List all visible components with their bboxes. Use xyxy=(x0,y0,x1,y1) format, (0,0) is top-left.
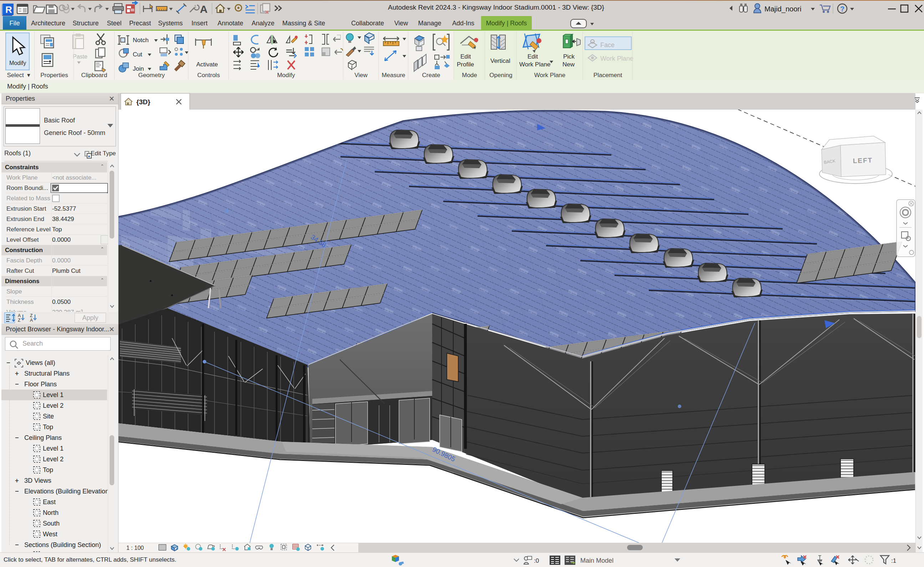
svg-text:Work Plane: Work Plane xyxy=(600,55,633,62)
svg-text:?: ? xyxy=(840,5,844,13)
svg-text:Work Plane: Work Plane xyxy=(519,61,551,68)
svg-text:Pick: Pick xyxy=(563,53,575,60)
svg-text::0: :0 xyxy=(534,557,539,564)
svg-text:Majid_noori: Majid_noori xyxy=(765,5,801,13)
svg-text:LEFT: LEFT xyxy=(853,156,873,165)
svg-text:1: 1 xyxy=(194,4,196,9)
svg-text:Modify: Modify xyxy=(9,60,26,66)
svg-text:Z: Z xyxy=(30,313,33,318)
svg-text:Paste: Paste xyxy=(73,54,87,60)
svg-text:R: R xyxy=(5,4,12,15)
svg-text:Cut: Cut xyxy=(133,51,142,58)
svg-text:Face: Face xyxy=(600,41,615,48)
svg-text:Z: Z xyxy=(18,318,20,322)
svg-text:Main Model: Main Model xyxy=(580,557,614,564)
svg-text:New: New xyxy=(562,61,575,68)
svg-text::1: :1 xyxy=(891,557,896,564)
svg-text:Activate: Activate xyxy=(196,61,218,68)
svg-text:Edit: Edit xyxy=(460,53,471,60)
svg-text:Vertical: Vertical xyxy=(490,57,510,64)
svg-text:A: A xyxy=(30,318,33,322)
svg-text:Edit: Edit xyxy=(528,53,538,60)
svg-text:{3D}: {3D} xyxy=(136,98,151,106)
svg-text:1 : 100: 1 : 100 xyxy=(126,545,144,551)
svg-text:A: A xyxy=(18,313,21,318)
svg-text:Profile: Profile xyxy=(457,61,474,68)
svg-text:Notch: Notch xyxy=(133,37,148,44)
svg-text:A: A xyxy=(200,3,208,15)
